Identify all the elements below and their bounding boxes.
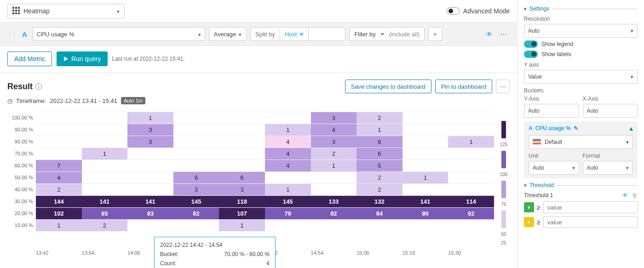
heatmap-cell[interactable]: 4 <box>265 160 311 171</box>
heatmap-cell[interactable] <box>402 160 448 171</box>
heatmap-cell[interactable] <box>127 148 173 160</box>
heatmap-cell[interactable] <box>402 112 448 124</box>
heatmap-cell[interactable]: 6 <box>356 148 402 160</box>
heatmap-cell[interactable]: 1 <box>265 124 311 136</box>
heatmap-cell[interactable]: 85 <box>82 207 128 219</box>
heatmap-cell[interactable] <box>356 219 402 231</box>
resolution-select[interactable]: Auto <box>524 24 638 38</box>
heatmap-cell[interactable] <box>311 183 357 195</box>
heatmap-cell[interactable]: 145 <box>265 195 311 207</box>
threshold-op-2[interactable]: ≥ <box>537 218 540 226</box>
heatmap-cell[interactable]: 3 <box>311 136 357 148</box>
heatmap-cell[interactable]: 141 <box>82 195 128 207</box>
threshold-op-1[interactable]: ≥ <box>537 204 540 211</box>
result-more-icon[interactable]: ⋯ <box>496 80 510 93</box>
heatmap-cell[interactable]: 3 <box>219 183 265 195</box>
heatmap-cell[interactable]: 141 <box>127 195 173 207</box>
heatmap-cell[interactable] <box>311 171 357 183</box>
heatmap-cell[interactable] <box>265 219 311 231</box>
drag-handle-icon[interactable]: ⋮⋮ <box>7 32 17 37</box>
heatmap-cell[interactable]: 2 <box>356 183 402 195</box>
heatmap-cell[interactable] <box>402 148 448 160</box>
heatmap-cell[interactable]: 132 <box>356 195 402 207</box>
heatmap-cell[interactable] <box>173 136 219 148</box>
heatmap-cell[interactable] <box>82 136 128 148</box>
heatmap-cell[interactable] <box>219 136 265 148</box>
heatmap-cell[interactable]: 4 <box>265 148 311 160</box>
bucket-y-input[interactable]: Auto <box>524 104 579 118</box>
heatmap-cell[interactable]: 2 <box>311 148 357 160</box>
threshold-color-1[interactable] <box>524 202 534 212</box>
heatmap-cell[interactable] <box>448 219 494 231</box>
heatmap-cell[interactable] <box>36 136 82 148</box>
heatmap-cell[interactable]: 6 <box>356 136 402 148</box>
heatmap-cell[interactable]: 82 <box>173 207 219 219</box>
heatmap-cell[interactable]: 6 <box>219 171 265 183</box>
heatmap-cell[interactable]: 2 <box>36 183 82 195</box>
more-options-icon[interactable]: ⋯ <box>498 30 510 39</box>
heatmap-cell[interactable] <box>265 112 311 124</box>
heatmap-cell[interactable]: 141 <box>402 195 448 207</box>
heatmap-cell[interactable]: 3 <box>311 112 357 124</box>
visibility-icon[interactable]: 👁 <box>486 30 493 38</box>
save-changes-button[interactable]: Save changes to dashboard <box>345 80 431 93</box>
heatmap-cell[interactable] <box>448 160 494 171</box>
heatmap-cell[interactable]: 7 <box>36 160 82 171</box>
split-by-input[interactable]: Split by Host ✕ <box>250 27 345 41</box>
threshold-value-1[interactable] <box>543 201 638 213</box>
heatmap-cell[interactable]: 1 <box>356 124 402 136</box>
settings-section-toggle[interactable]: Settings <box>524 6 638 12</box>
heatmap-cell[interactable]: 1 <box>311 160 357 171</box>
heatmap-cell[interactable] <box>127 183 173 195</box>
heatmap-cell[interactable] <box>265 171 311 183</box>
trash-icon[interactable]: 🗑 <box>632 192 638 199</box>
advanced-mode-toggle[interactable] <box>447 7 460 15</box>
bucket-x-input[interactable]: Auto <box>583 104 638 118</box>
heatmap-cell[interactable]: 1 <box>219 219 265 231</box>
heatmap-cell[interactable]: 145 <box>173 195 219 207</box>
color-scheme-select[interactable]: Default <box>529 135 633 149</box>
heatmap-cell[interactable]: 118 <box>219 195 265 207</box>
heatmap-cell[interactable] <box>82 183 128 195</box>
heatmap-cell[interactable] <box>36 124 82 136</box>
yaxis-select[interactable]: Value <box>524 70 638 84</box>
heatmap-cell[interactable] <box>219 124 265 136</box>
unit-select[interactable]: Auto <box>529 161 579 175</box>
heatmap-cell[interactable] <box>448 171 494 183</box>
heatmap-cell[interactable] <box>36 112 82 124</box>
heatmap-cell[interactable]: 114 <box>448 195 494 207</box>
info-icon[interactable]: i <box>35 83 42 90</box>
heatmap-cell[interactable] <box>127 171 173 183</box>
heatmap-cell[interactable] <box>219 148 265 160</box>
pin-to-dashboard-button[interactable]: Pin to dashboard <box>435 80 492 93</box>
heatmap-cell[interactable] <box>173 160 219 171</box>
heatmap-cell[interactable]: 84 <box>356 207 402 219</box>
heatmap-cell[interactable] <box>311 219 357 231</box>
heatmap-cell[interactable] <box>448 124 494 136</box>
show-labels-toggle[interactable] <box>524 51 538 58</box>
heatmap-cell[interactable] <box>219 112 265 124</box>
heatmap-cell[interactable]: 82 <box>448 207 494 219</box>
format-select[interactable]: Auto <box>583 161 633 175</box>
heatmap-cell[interactable] <box>127 219 173 231</box>
heatmap-cell[interactable] <box>82 160 128 171</box>
heatmap-cell[interactable]: 2 <box>82 219 128 231</box>
heatmap-cell[interactable]: 144 <box>36 195 82 207</box>
heatmap-cell[interactable]: 4 <box>265 136 311 148</box>
visualization-select[interactable]: Heatmap <box>7 4 125 18</box>
show-legend-toggle[interactable] <box>524 40 538 48</box>
heatmap-cell[interactable]: 1 <box>265 183 311 195</box>
filter-by-input[interactable]: Filter by ⏷ (include all) <box>349 27 425 41</box>
threshold-value-2[interactable] <box>543 216 638 228</box>
heatmap-cell[interactable]: 1 <box>402 171 448 183</box>
heatmap-cell[interactable]: 3 <box>127 136 173 148</box>
heatmap-chart[interactable]: 100.00 %90.00 %80.00 %70.00 %60.00 %50.0… <box>0 109 517 250</box>
heatmap-cell[interactable]: 107 <box>219 207 265 219</box>
heatmap-cell[interactable]: 3 <box>173 183 219 195</box>
heatmap-cell[interactable]: 5 <box>356 160 402 171</box>
chevron-up-icon[interactable] <box>630 125 633 132</box>
heatmap-cell[interactable] <box>173 148 219 160</box>
heatmap-cell[interactable] <box>173 112 219 124</box>
heatmap-cell[interactable]: 4 <box>36 171 82 183</box>
aggregation-select[interactable]: Average <box>209 27 247 41</box>
